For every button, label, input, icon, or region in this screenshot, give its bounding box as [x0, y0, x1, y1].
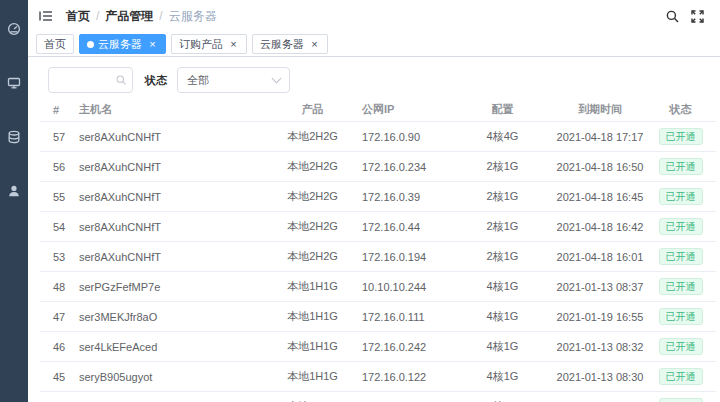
- table-row[interactable]: 44serPKopwfDeap本地1H1G172.16.0.1164核1G202…: [40, 392, 716, 402]
- app-window: 首页/产品管理/云服务器 首页云服务器×订购产品×云服务器×: [0, 0, 720, 402]
- config: 4核1G: [450, 339, 555, 354]
- status-cell: 已开通: [645, 368, 716, 385]
- row-id: 57: [40, 131, 70, 143]
- row-id: 54: [40, 221, 70, 233]
- column-header: 到期时间: [555, 102, 645, 117]
- status-cell: 已开通: [645, 338, 716, 355]
- servers-table: #主机名产品公网IP配置到期时间状态 57ser8AXuhCNHfT本地2H2G…: [40, 98, 716, 402]
- product: 本地1H1G: [270, 339, 355, 354]
- main-area: 首页/产品管理/云服务器 首页云服务器×订购产品×云服务器×: [28, 0, 720, 402]
- close-icon[interactable]: ×: [228, 39, 239, 50]
- top-navbar: 首页/产品管理/云服务器: [28, 0, 720, 32]
- table-body: 57ser8AXuhCNHfT本地2H2G172.16.0.904核4G2021…: [40, 122, 716, 402]
- product: 本地2H2G: [270, 219, 355, 234]
- config: 2核1G: [450, 159, 555, 174]
- expiry-time: 2021-01-13 08:30: [555, 371, 645, 383]
- expiry-time: 2021-04-18 16:42: [555, 221, 645, 233]
- status-badge: 已开通: [659, 248, 703, 265]
- fullscreen-icon: [691, 10, 704, 23]
- hostname: serPGzFefMP7e: [70, 281, 270, 293]
- status-badge: 已开通: [659, 398, 703, 402]
- tab-云服务器[interactable]: 云服务器×: [79, 34, 166, 54]
- header-search-button[interactable]: [660, 10, 685, 23]
- expiry-time: 2021-04-18 16:50: [555, 161, 645, 173]
- tab-label: 云服务器: [260, 37, 304, 52]
- table-row[interactable]: 56ser8AXuhCNHfT本地2H2G172.16.0.2342核1G202…: [40, 152, 716, 182]
- status-cell: 已开通: [645, 398, 716, 402]
- close-icon[interactable]: ×: [309, 39, 320, 50]
- public-ip: 172.16.0.39: [355, 191, 450, 203]
- tags-view: 首页云服务器×订购产品×云服务器×: [28, 32, 720, 57]
- table-row[interactable]: 46ser4LkEFeAced本地1H1G172.16.0.2424核1G202…: [40, 332, 716, 362]
- search-input-field[interactable]: [55, 74, 116, 86]
- filter-row: 状态 全部: [48, 64, 716, 96]
- table-row[interactable]: 53ser8AXuhCNHfT本地2H2G172.16.0.1942核1G202…: [40, 242, 716, 272]
- status-badge: 已开通: [659, 218, 703, 235]
- table-row[interactable]: 55ser8AXuhCNHfT本地2H2G172.16.0.392核1G2021…: [40, 182, 716, 212]
- breadcrumb-item[interactable]: 首页: [66, 8, 90, 25]
- row-id: 53: [40, 251, 70, 263]
- status-select[interactable]: 全部: [177, 67, 290, 93]
- public-ip: 172.16.0.194: [355, 251, 450, 263]
- row-id: 45: [40, 371, 70, 383]
- config: 4核1G: [450, 309, 555, 324]
- status-cell: 已开通: [645, 128, 716, 145]
- user-icon: [7, 184, 21, 198]
- table-row[interactable]: 47ser3MEKJfr8aO本地1H1G172.16.0.1114核1G202…: [40, 302, 716, 332]
- table-row[interactable]: 54ser8AXuhCNHfT本地2H2G172.16.0.442核1G2021…: [40, 212, 716, 242]
- status-filter-label: 状态: [145, 73, 167, 88]
- tab-首页[interactable]: 首页: [36, 34, 74, 54]
- expiry-time: 2021-04-18 16:45: [555, 191, 645, 203]
- sidebar-toggle-button[interactable]: [32, 10, 60, 22]
- status-cell: 已开通: [645, 278, 716, 295]
- search-icon: [666, 10, 679, 23]
- product: 本地1H1G: [270, 369, 355, 384]
- status-cell: 已开通: [645, 188, 716, 205]
- hostname: ser8AXuhCNHfT: [70, 161, 270, 173]
- hostname: ser8AXuhCNHfT: [70, 251, 270, 263]
- breadcrumb: 首页/产品管理/云服务器: [66, 8, 217, 25]
- search-input[interactable]: [48, 67, 133, 93]
- hostname: ser8AXuhCNHfT: [70, 191, 270, 203]
- config: 2核1G: [450, 219, 555, 234]
- status-cell: 已开通: [645, 158, 716, 175]
- tab-订购产品[interactable]: 订购产品×: [171, 34, 247, 54]
- status-badge: 已开通: [659, 128, 703, 145]
- table-row[interactable]: 48serPGzFefMP7e本地1H1G10.10.10.2444核1G202…: [40, 272, 716, 302]
- hostname: ser8AXuhCNHfT: [70, 221, 270, 233]
- hostname: ser4LkEFeAced: [70, 341, 270, 353]
- breadcrumb-separator: /: [96, 9, 99, 23]
- column-header: 主机名: [70, 102, 270, 117]
- sidebar-item-servers[interactable]: [0, 110, 28, 164]
- row-id: 56: [40, 161, 70, 173]
- breadcrumb-separator: /: [159, 9, 162, 23]
- table-row[interactable]: 45seryB905ugyot本地1H1G172.16.0.1224核1G202…: [40, 362, 716, 392]
- breadcrumb-item: 云服务器: [169, 8, 217, 25]
- hostname: seryB905ugyot: [70, 371, 270, 383]
- search-icon: [116, 74, 126, 86]
- table-row[interactable]: 57ser8AXuhCNHfT本地2H2G172.16.0.904核4G2021…: [40, 122, 716, 152]
- sidebar: [0, 0, 28, 402]
- public-ip: 172.16.0.242: [355, 341, 450, 353]
- expiry-time: 2021-01-19 16:55: [555, 311, 645, 323]
- status-cell: 已开通: [645, 308, 716, 325]
- status-badge: 已开通: [659, 278, 703, 295]
- tab-label: 首页: [44, 37, 66, 52]
- row-id: 48: [40, 281, 70, 293]
- column-header: 产品: [270, 102, 355, 117]
- config: 4核1G: [450, 279, 555, 294]
- sidebar-item-users[interactable]: [0, 164, 28, 218]
- fullscreen-button[interactable]: [685, 10, 710, 23]
- row-id: 47: [40, 311, 70, 323]
- dashboard-icon: [7, 22, 21, 36]
- public-ip: 172.16.0.90: [355, 131, 450, 143]
- product: 本地2H2G: [270, 249, 355, 264]
- tab-云服务器[interactable]: 云服务器×: [252, 34, 328, 54]
- product: 本地1H1G: [270, 279, 355, 294]
- sidebar-item-products[interactable]: [0, 56, 28, 110]
- public-ip: 172.16.0.234: [355, 161, 450, 173]
- close-icon[interactable]: ×: [147, 39, 158, 50]
- breadcrumb-item[interactable]: 产品管理: [105, 8, 153, 25]
- sidebar-item-dashboard[interactable]: [0, 2, 28, 56]
- product: 本地2H2G: [270, 159, 355, 174]
